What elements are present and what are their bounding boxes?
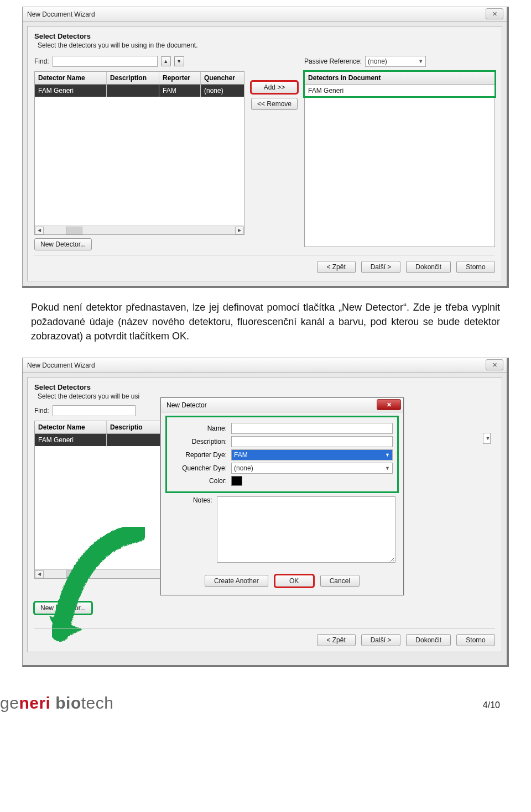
bg-dropdown-caret[interactable]: ▼ bbox=[483, 433, 491, 444]
page-number: 4/10 bbox=[483, 700, 500, 710]
col-quencher[interactable]: Quencher bbox=[201, 72, 244, 84]
chevron-down-icon: ▼ bbox=[385, 465, 390, 471]
cell-reporter: FAM bbox=[159, 85, 201, 97]
find-prev-icon[interactable]: ▲ bbox=[161, 56, 171, 66]
passive-ref-dropdown[interactable]: (none) ▼ bbox=[365, 56, 426, 67]
scroll-thumb[interactable] bbox=[66, 227, 82, 234]
scroll-left-icon[interactable]: ◀ bbox=[35, 570, 44, 578]
window-title: New Document Wizard bbox=[27, 362, 95, 369]
new-detector-dialog: New Detector ✕ Name: Description: bbox=[160, 397, 404, 595]
scroll-track[interactable] bbox=[44, 570, 169, 578]
wizard-footer: < Zpět Další > Dokončit Storno bbox=[34, 628, 495, 646]
name-input[interactable] bbox=[231, 423, 393, 434]
brand-logo: generi biotech bbox=[0, 694, 113, 713]
back-button[interactable]: < Zpět bbox=[317, 261, 356, 273]
section-title: Select Detectors bbox=[34, 32, 495, 40]
scroll-thumb[interactable] bbox=[66, 570, 82, 578]
next-button[interactable]: Další > bbox=[361, 634, 401, 646]
new-detector-button[interactable]: New Detector... bbox=[34, 602, 92, 614]
cell-name: FAM Generi bbox=[35, 434, 107, 446]
scroll-right-icon[interactable]: ▶ bbox=[235, 227, 244, 234]
name-label: Name: bbox=[171, 425, 227, 432]
next-button[interactable]: Další > bbox=[361, 261, 401, 273]
doc-list-header: Detectors in Document bbox=[305, 72, 494, 84]
wizard-footer: < Zpět Další > Dokončit Storno bbox=[34, 255, 495, 273]
close-icon[interactable]: ✕ bbox=[486, 8, 503, 19]
cell-desc bbox=[107, 85, 159, 97]
titlebar: New Document Wizard ✕ bbox=[23, 358, 507, 373]
finish-button[interactable]: Dokončit bbox=[406, 634, 451, 646]
available-row-selected[interactable]: FAM Generi bbox=[34, 434, 178, 446]
col-description[interactable]: Description bbox=[107, 72, 159, 84]
dialog-title: New Detector bbox=[166, 401, 207, 409]
back-button[interactable]: < Zpět bbox=[317, 634, 356, 646]
close-icon[interactable]: ✕ bbox=[486, 359, 503, 370]
section-subtitle: Select the detectors you will be using i… bbox=[38, 41, 495, 49]
quencher-dye-value: (none) bbox=[234, 464, 253, 472]
quencher-dye-label: Quencher Dye: bbox=[171, 464, 227, 472]
reporter-dye-dropdown[interactable]: FAM ▼ bbox=[231, 449, 393, 460]
available-listbox[interactable]: ◀ ▶ bbox=[34, 97, 244, 235]
reporter-dye-label: Reporter Dye: bbox=[171, 451, 227, 459]
quencher-dye-dropdown[interactable]: (none) ▼ bbox=[231, 463, 393, 474]
finish-button[interactable]: Dokončit bbox=[406, 261, 451, 273]
h-scrollbar[interactable]: ◀ ▶ bbox=[35, 226, 244, 234]
new-detector-button[interactable]: New Detector... bbox=[34, 238, 92, 250]
chevron-down-icon: ▼ bbox=[418, 59, 423, 64]
ok-button[interactable]: OK bbox=[275, 575, 314, 587]
dialog-footer: Create Another OK Cancel bbox=[161, 570, 403, 595]
dialog-titlebar: New Detector ✕ bbox=[161, 398, 403, 412]
find-input[interactable] bbox=[53, 405, 136, 416]
color-label: Color: bbox=[171, 477, 227, 485]
dialog-close-icon[interactable]: ✕ bbox=[377, 399, 401, 410]
find-next-icon[interactable]: ▼ bbox=[174, 56, 184, 66]
highlighted-fields: Name: Description: Reporter Dye: FAM ▼ bbox=[165, 416, 399, 493]
color-swatch[interactable] bbox=[231, 476, 242, 486]
passive-ref-value: (none) bbox=[368, 57, 387, 65]
section-title: Select Detectors bbox=[34, 383, 495, 391]
add-button[interactable]: Add >> bbox=[251, 81, 298, 93]
available-row-selected[interactable]: FAM Generi FAM (none) bbox=[34, 85, 244, 97]
reporter-dye-value: FAM bbox=[234, 451, 248, 459]
description-input[interactable] bbox=[231, 436, 393, 447]
description-label: Description: bbox=[171, 438, 227, 446]
col-detector-name[interactable]: Detector Name bbox=[35, 421, 107, 433]
find-label: Find: bbox=[34, 407, 49, 415]
cancel-button[interactable]: Storno bbox=[456, 634, 495, 646]
screenshot-2: New Document Wizard ✕ Select Detectors S… bbox=[22, 358, 509, 667]
cell-quencher: (none) bbox=[201, 85, 244, 97]
titlebar: New Document Wizard ✕ bbox=[23, 7, 507, 22]
find-label: Find: bbox=[34, 57, 49, 65]
available-list-header: Detector Name Description Reporter Quenc… bbox=[34, 71, 244, 85]
chevron-down-icon: ▼ bbox=[385, 452, 390, 458]
dialog-cancel-button[interactable]: Cancel bbox=[320, 575, 360, 587]
col-reporter[interactable]: Reporter bbox=[159, 72, 201, 84]
doc-listbox[interactable] bbox=[304, 97, 495, 247]
scroll-left-icon[interactable]: ◀ bbox=[35, 227, 44, 234]
scroll-track[interactable] bbox=[44, 227, 235, 234]
screenshot-1: New Document Wizard ✕ Select Detectors S… bbox=[22, 7, 509, 288]
wizard-panel: Select Detectors Select the detectors yo… bbox=[27, 26, 502, 281]
cell-name: FAM Generi bbox=[35, 85, 107, 97]
col-detector-name[interactable]: Detector Name bbox=[35, 72, 107, 84]
notes-label: Notes: bbox=[169, 496, 212, 504]
notes-textarea[interactable] bbox=[217, 496, 395, 563]
h-scrollbar[interactable]: ◀ ▶ bbox=[35, 569, 178, 578]
instruction-paragraph: Pokud není detektor přednastaven, lze je… bbox=[31, 300, 500, 343]
find-input[interactable] bbox=[53, 56, 158, 67]
available-listbox[interactable]: ◀ ▶ bbox=[34, 446, 178, 579]
create-another-button[interactable]: Create Another bbox=[205, 575, 268, 587]
passive-ref-label: Passive Reference: bbox=[304, 57, 362, 65]
window-title: New Document Wizard bbox=[27, 11, 95, 18]
doc-row[interactable]: FAM Generi bbox=[305, 85, 494, 97]
remove-button[interactable]: << Remove bbox=[251, 98, 298, 110]
cancel-button[interactable]: Storno bbox=[456, 261, 495, 273]
